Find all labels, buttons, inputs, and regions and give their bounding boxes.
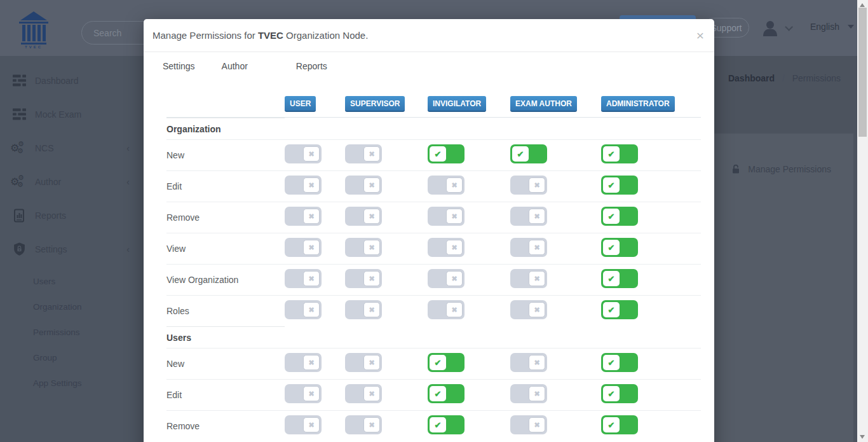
toggle-on-administrator[interactable]: ✔: [601, 353, 638, 372]
toggle-off-supervisor[interactable]: ✖: [345, 144, 382, 163]
toggle-off-user[interactable]: ✖: [285, 176, 322, 195]
toggle-off-exam-author[interactable]: ✖: [510, 300, 547, 319]
sidebar-item-author[interactable]: ⚙⚙⚙Author‹: [0, 165, 144, 198]
toggle-off-supervisor[interactable]: ✖: [345, 238, 382, 257]
toggle-off-exam-author[interactable]: ✖: [510, 353, 547, 372]
close-icon[interactable]: ×: [696, 29, 704, 42]
role-header-administrator[interactable]: ADMINISTRATOR: [601, 96, 675, 112]
scrollbar-down-icon[interactable]: [860, 435, 865, 439]
toggle-off-user[interactable]: ✖: [285, 144, 322, 163]
check-icon: ✔: [430, 355, 446, 370]
check-icon: ✔: [603, 177, 620, 193]
toggle-on-administrator[interactable]: ✔: [601, 207, 638, 226]
toggle-off-user[interactable]: ✖: [285, 353, 322, 372]
permission-row-organization-remove: Remove✖✖✖✖✔: [166, 202, 701, 233]
toggle-on-administrator[interactable]: ✔: [601, 269, 638, 288]
toggle-on-invigilator[interactable]: ✔: [428, 144, 465, 163]
toggle-off-user[interactable]: ✖: [285, 415, 322, 434]
toggle-off-supervisor[interactable]: ✖: [345, 384, 382, 403]
user-menu[interactable]: [761, 18, 790, 38]
toggle-off-supervisor[interactable]: ✖: [345, 176, 382, 195]
permission-row-users-new: New✖✖✔✖✔: [166, 348, 701, 379]
scrollbar-thumb[interactable]: [858, 8, 867, 137]
permission-row-organization-view-organization: View Organization✖✖✖✖✔: [166, 264, 701, 295]
toggle-on-administrator[interactable]: ✔: [601, 176, 638, 195]
scrollbar-up-icon[interactable]: [860, 3, 865, 7]
toggle-on-invigilator[interactable]: ✔: [428, 415, 465, 434]
sidebar-subitem-users[interactable]: Users: [0, 268, 144, 294]
sidebar-item-label: Settings: [35, 244, 67, 254]
toggle-off-exam-author[interactable]: ✖: [510, 384, 547, 403]
toggle-on-administrator[interactable]: ✔: [601, 238, 638, 257]
toggle-off-exam-author[interactable]: ✖: [510, 238, 547, 257]
sidebar-item-dashboard[interactable]: Dashboard: [0, 64, 144, 97]
toggle-off-supervisor[interactable]: ✖: [345, 269, 382, 288]
sidebar-item-mock-exam[interactable]: Mock Exam: [0, 97, 144, 131]
toggle-off-invigilator[interactable]: ✖: [428, 269, 465, 288]
sidebar-item-settings[interactable]: Settings‹: [0, 232, 144, 266]
toggle-off-invigilator[interactable]: ✖: [428, 207, 465, 226]
sidebar-subitem-app-settings[interactable]: App Settings: [0, 370, 144, 396]
language-selector[interactable]: English: [810, 22, 854, 32]
toggle-off-invigilator[interactable]: ✖: [428, 300, 465, 319]
role-header-user[interactable]: USER: [285, 96, 316, 112]
sidebar-item-ncs[interactable]: ⚙⚙⚙NCS‹: [0, 131, 144, 165]
tvec-logo[interactable]: TVEC: [14, 11, 53, 48]
toggle-off-exam-author[interactable]: ✖: [510, 415, 547, 434]
permission-label: View: [166, 244, 285, 254]
sidebar-subitem-group[interactable]: Group: [0, 345, 144, 370]
toggle-on-administrator[interactable]: ✔: [601, 384, 638, 403]
check-icon: ✔: [512, 146, 529, 162]
toggle-off-user[interactable]: ✖: [285, 207, 322, 226]
toggle-off-supervisor[interactable]: ✖: [345, 300, 382, 319]
toggle-off-exam-author[interactable]: ✖: [510, 207, 547, 226]
toggle-off-invigilator[interactable]: ✖: [428, 238, 465, 257]
x-icon: ✖: [446, 240, 463, 255]
sidebar-item-reports[interactable]: Reports: [0, 198, 144, 232]
permission-row-organization-edit: Edit✖✖✖✖✔: [166, 170, 701, 202]
logo-text: TVEC: [14, 45, 53, 49]
toggle-off-exam-author[interactable]: ✖: [510, 176, 547, 195]
tab-author[interactable]: Author: [222, 61, 248, 71]
toggle-off-user[interactable]: ✖: [285, 269, 322, 288]
toggle-off-supervisor[interactable]: ✖: [345, 353, 382, 372]
check-icon: ✔: [603, 240, 620, 255]
toggle-on-exam-author[interactable]: ✔: [510, 144, 547, 163]
toggle-on-administrator[interactable]: ✔: [601, 300, 638, 319]
tab-reports[interactable]: Reports: [296, 61, 327, 71]
toggle-on-administrator[interactable]: ✔: [601, 415, 638, 434]
x-icon: ✖: [303, 177, 320, 193]
gears-icon: ⚙⚙⚙: [11, 174, 27, 190]
toggle-on-invigilator[interactable]: ✔: [428, 384, 465, 403]
sidebar-submenu: UsersOrganizationPermissionsGroupApp Set…: [0, 266, 144, 399]
permissions-table-body: OrganizationNew✖✖✔✔✔Edit✖✖✖✖✔Remove✖✖✖✖✔…: [166, 118, 701, 441]
toggle-off-user[interactable]: ✖: [285, 238, 322, 257]
scrollbar[interactable]: [857, 0, 868, 442]
x-icon: ✖: [363, 240, 380, 255]
sidebar-subitem-organization[interactable]: Organization: [0, 294, 144, 319]
toggle-off-user[interactable]: ✖: [285, 300, 322, 319]
toggle-off-invigilator[interactable]: ✖: [428, 176, 465, 195]
x-icon: ✖: [529, 302, 545, 317]
toggle-off-exam-author[interactable]: ✖: [510, 269, 547, 288]
sidebar-subitem-permissions[interactable]: Permissions: [0, 319, 144, 345]
toggle-on-invigilator[interactable]: ✔: [428, 353, 465, 372]
role-header-invigilator[interactable]: INVIGILATOR: [428, 96, 486, 112]
role-header-supervisor[interactable]: SUPERVISOR: [345, 96, 405, 112]
modal-tabs: SettingsAuthorReports: [144, 52, 714, 72]
role-header-exam-author[interactable]: EXAM AUTHOR: [510, 96, 577, 112]
check-icon: ✔: [603, 302, 620, 317]
toggle-off-user[interactable]: ✖: [285, 384, 322, 403]
check-icon: ✔: [430, 146, 446, 162]
permissions-table: USERSUPERVISORINVIGILATOREXAM AUTHORADMI…: [166, 91, 701, 441]
sidebar-item-label: Reports: [35, 211, 66, 221]
manage-permissions-link[interactable]: Manage Permissions: [731, 164, 831, 174]
toggle-off-supervisor[interactable]: ✖: [345, 207, 382, 226]
x-icon: ✖: [303, 240, 320, 255]
chevron-left-icon: ‹: [126, 244, 130, 254]
tab-settings[interactable]: Settings: [163, 61, 195, 71]
breadcrumb-dashboard[interactable]: Dashboard: [728, 73, 775, 83]
check-icon: ✔: [603, 417, 620, 432]
toggle-off-supervisor[interactable]: ✖: [345, 415, 382, 434]
toggle-on-administrator[interactable]: ✔: [601, 144, 638, 163]
